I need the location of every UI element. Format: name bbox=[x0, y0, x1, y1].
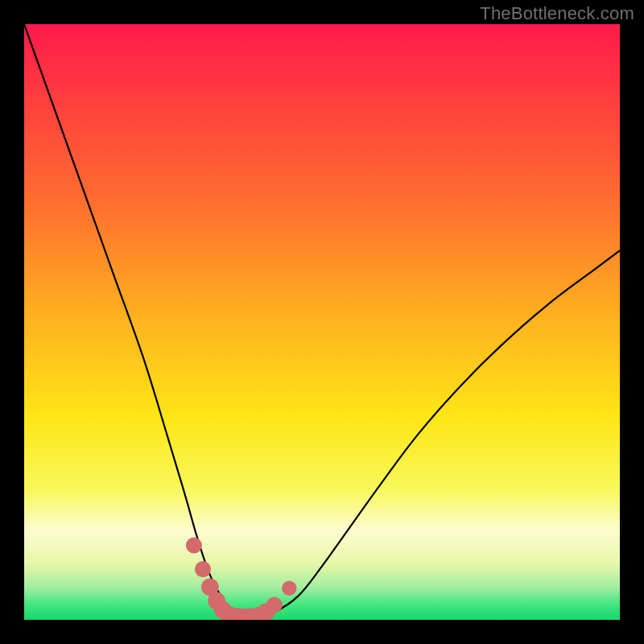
highlight-dot bbox=[195, 561, 211, 577]
chart-frame: TheBottleneck.com bbox=[0, 0, 644, 644]
watermark-text: TheBottleneck.com bbox=[480, 3, 634, 24]
bottleneck-chart bbox=[24, 24, 620, 620]
gradient-background bbox=[24, 24, 620, 620]
highlight-dot bbox=[266, 597, 283, 613]
highlight-dot bbox=[282, 581, 296, 596]
highlight-dot bbox=[186, 537, 202, 553]
plot-area bbox=[24, 24, 620, 620]
